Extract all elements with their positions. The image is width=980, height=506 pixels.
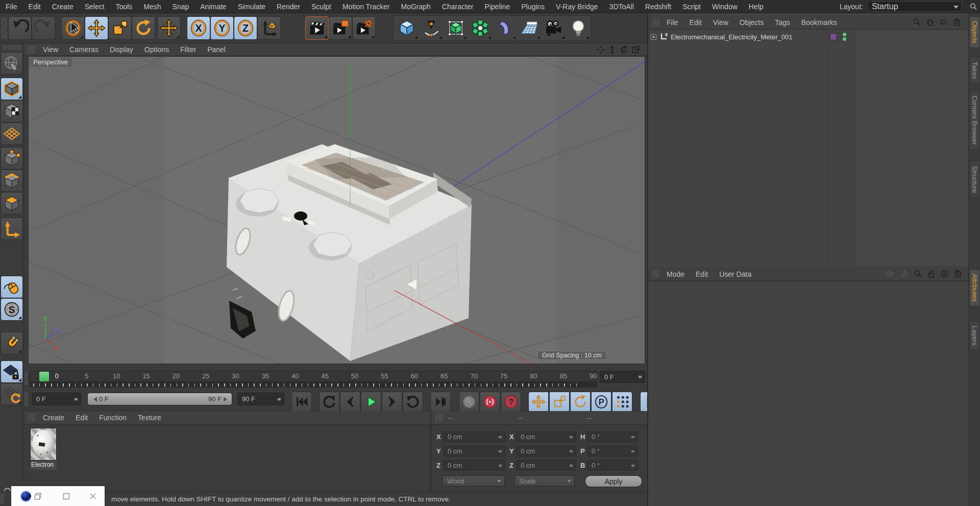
search-icon[interactable] <box>969 3 977 13</box>
play-button[interactable] <box>361 392 381 412</box>
objects-menu-item[interactable]: Bookmarks <box>796 18 843 27</box>
objects-menu-item[interactable]: Tags <box>769 18 796 27</box>
menu-item[interactable]: 3DToAll <box>604 3 640 11</box>
spinner[interactable] <box>638 373 643 380</box>
menu-item[interactable]: Help <box>743 3 769 11</box>
menu-item[interactable]: Edit <box>23 3 46 11</box>
menu-item[interactable]: Snap <box>167 3 195 11</box>
objects-menu-grip[interactable] <box>652 19 659 26</box>
objects-add-icon[interactable] <box>952 18 961 27</box>
lock-workplane-button[interactable] <box>1 360 23 383</box>
objects-menu-item[interactable]: Edit <box>684 18 707 27</box>
add-subdivision-surface-button[interactable] <box>444 16 468 40</box>
viewport-solo-button[interactable] <box>1 276 23 298</box>
previous-key-button[interactable] <box>319 392 339 412</box>
keyframe-rotation-button[interactable] <box>570 392 591 412</box>
coordinate-field[interactable]: 0 ° <box>587 431 638 442</box>
object-name[interactable]: Electromechanical_Electricity_Meter_001 <box>671 33 792 41</box>
maximize-icon[interactable] <box>62 492 70 500</box>
material-name[interactable]: Electron <box>30 461 57 470</box>
menu-item[interactable]: File <box>0 3 23 11</box>
next-key-button[interactable] <box>403 392 423 412</box>
z-axis-lock-button[interactable]: Z <box>234 16 257 40</box>
animbar-grip[interactable] <box>24 392 28 406</box>
attr-add-icon[interactable] <box>953 270 962 278</box>
materials-menu-item[interactable]: Function <box>93 414 132 422</box>
x-axis-lock-button[interactable]: X <box>187 16 210 40</box>
menu-item[interactable]: Tools <box>110 3 138 11</box>
sidebar-grip[interactable] <box>2 45 21 50</box>
expand-icon[interactable] <box>650 33 658 41</box>
add-cloner-button[interactable] <box>469 16 492 40</box>
frame-range-slider[interactable]: 0 F 90 F <box>87 393 232 405</box>
coordinate-system-button[interactable] <box>257 16 281 40</box>
render-view-button[interactable] <box>305 16 329 40</box>
viewport-menu-item[interactable]: Cameras <box>64 45 104 54</box>
objects-filter-icon[interactable] <box>939 18 948 27</box>
objects-search-icon[interactable] <box>913 18 921 27</box>
next-frame-button[interactable] <box>382 392 402 412</box>
attributes-menu-grip[interactable] <box>652 271 659 278</box>
render-to-picture-viewer-button[interactable] <box>329 16 352 40</box>
close-icon[interactable] <box>89 492 97 500</box>
cinema4d-logo-icon[interactable] <box>19 490 33 503</box>
attr-target-icon[interactable] <box>940 270 949 278</box>
solo-single-button[interactable]: S <box>1 298 23 321</box>
viewport-menu-item[interactable]: Filter <box>175 45 202 54</box>
polygons-mode-button[interactable] <box>1 192 23 214</box>
coordinate-field[interactable]: 0 cm <box>516 446 576 456</box>
autokey-button[interactable] <box>480 392 500 412</box>
y-axis-lock-button[interactable]: Y <box>210 16 234 40</box>
coordinates-grip[interactable] <box>435 414 443 421</box>
editor-visibility-dot[interactable] <box>843 33 846 36</box>
undo-button[interactable] <box>8 16 32 40</box>
points-mode-button[interactable] <box>1 147 23 170</box>
attributes-menu-item[interactable]: Mode <box>661 270 690 278</box>
workplane-mode-button[interactable] <box>1 123 23 145</box>
menu-item[interactable]: Mesh <box>138 3 166 11</box>
start-frame-field[interactable]: 0 F <box>32 393 81 405</box>
objects-menu-item[interactable]: Objects <box>734 18 769 27</box>
add-spline-button[interactable] <box>420 16 443 40</box>
end-frame-field[interactable]: 90 F <box>237 393 284 405</box>
side-tab-structure[interactable]: Structure <box>969 161 980 198</box>
materials-menu-item[interactable]: Edit <box>70 414 93 422</box>
add-cube-button[interactable] <box>395 16 419 40</box>
menu-item[interactable]: Sculpt <box>306 3 337 11</box>
side-tab-objects[interactable]: Objects <box>969 16 980 48</box>
objects-list[interactable]: 0 Electromechanical_Electricity_Meter_00… <box>648 30 968 266</box>
attributes-menu-item[interactable]: User Data <box>714 270 757 278</box>
toolbar-grip[interactable] <box>1 17 7 39</box>
redo-button[interactable] <box>32 16 55 40</box>
coordinate-field[interactable]: 0 cm <box>516 431 576 442</box>
materials-menu-grip[interactable] <box>28 414 35 421</box>
viewport-menu-grip[interactable] <box>28 46 35 53</box>
menu-item[interactable]: Select <box>79 3 110 11</box>
menu-item[interactable]: V-Ray Bridge <box>550 3 603 11</box>
viewport-menu-item[interactable]: Display <box>104 45 139 54</box>
attr-search-icon[interactable] <box>914 270 922 278</box>
material-thumbnail[interactable] <box>30 428 57 461</box>
enable-axis-button[interactable] <box>1 218 23 240</box>
range-left-arrow-icon[interactable] <box>91 397 97 402</box>
menu-item[interactable]: Character <box>436 3 479 11</box>
keyframe-scale-button[interactable] <box>549 392 570 412</box>
layer-color-chip[interactable] <box>830 33 837 40</box>
menu-item[interactable]: Render <box>271 3 306 11</box>
move-tool-button[interactable] <box>85 16 108 40</box>
enable-snap-button[interactable] <box>1 332 23 354</box>
workplane-orientation-button[interactable] <box>1 383 23 405</box>
viewport-menu-item[interactable]: View <box>37 45 64 54</box>
viewport-view-label[interactable]: Perspective <box>29 57 72 67</box>
side-tab-takes[interactable]: Takes <box>969 57 980 84</box>
menu-item[interactable]: Simulate <box>232 3 271 11</box>
side-tab-content-browser[interactable]: Content Browser <box>969 91 980 150</box>
menu-item[interactable]: Window <box>706 3 743 11</box>
rotate-tool-button[interactable] <box>132 16 155 40</box>
add-floor-button[interactable] <box>518 16 541 40</box>
coordinate-field[interactable]: 0 ° <box>587 446 638 456</box>
attr-lock-icon[interactable] <box>927 270 936 278</box>
previous-frame-button[interactable] <box>340 392 360 412</box>
viewport-menu-item[interactable]: Options <box>139 45 175 54</box>
objects-home-icon[interactable] <box>926 18 935 27</box>
